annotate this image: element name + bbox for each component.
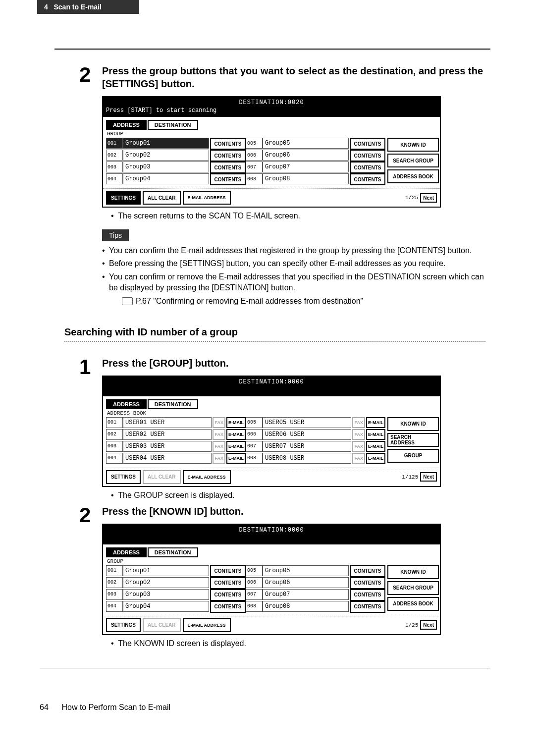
group-id[interactable]: 008 [246,173,263,184]
known-id-button[interactable]: KNOWN ID [387,138,439,152]
user-id[interactable]: 003 [106,441,123,452]
user-name[interactable]: USER07 USER [263,441,351,452]
user-name[interactable]: USER08 USER [263,453,351,464]
group-id[interactable]: 002 [106,577,123,588]
email-button[interactable]: E-MAIL [366,417,385,428]
contents-button[interactable]: CONTENTS [210,601,246,613]
group-name[interactable]: Group05 [263,138,349,149]
tab-address[interactable]: ADDRESS [106,399,147,409]
search-group-button[interactable]: SEARCH GROUP [387,154,439,167]
tab-address[interactable]: ADDRESS [106,547,147,557]
group-id[interactable]: 007 [246,589,263,600]
contents-button[interactable]: CONTENTS [210,138,246,150]
all-clear-button[interactable]: ALL CLEAR [143,618,180,632]
contents-button[interactable]: CONTENTS [210,565,246,577]
contents-button[interactable]: CONTENTS [210,162,246,173]
known-id-button[interactable]: KNOWN ID [387,565,439,579]
fax-button[interactable]: FAX [352,429,365,440]
all-clear-button[interactable]: ALL CLEAR [143,191,180,205]
user-id[interactable]: 008 [246,453,263,464]
email-button[interactable]: E-MAIL [226,441,246,452]
contents-button[interactable]: CONTENTS [210,150,246,162]
user-id[interactable]: 005 [246,417,263,428]
fax-button[interactable]: FAX [213,453,225,464]
fax-button[interactable]: FAX [213,429,225,440]
settings-button[interactable]: SETTINGS [106,618,141,632]
user-id[interactable]: 007 [246,441,263,452]
group-id[interactable]: 002 [106,150,123,161]
contents-button[interactable]: CONTENTS [350,601,385,613]
group-id[interactable]: 001 [106,138,123,149]
user-name[interactable]: USER03 USER [123,441,212,452]
user-name[interactable]: USER05 USER [263,417,351,428]
group-id[interactable]: 005 [246,138,263,149]
next-button[interactable]: Next [420,472,437,482]
user-id[interactable]: 001 [106,417,123,428]
contents-button[interactable]: CONTENTS [350,173,385,185]
group-name[interactable]: Group04 [123,173,209,184]
email-button[interactable]: E-MAIL [226,417,246,428]
search-group-button[interactable]: SEARCH GROUP [387,581,439,595]
email-button[interactable]: E-MAIL [366,429,385,440]
group-name[interactable]: Group01 [123,565,209,576]
user-id[interactable]: 004 [106,453,123,464]
contents-button[interactable]: CONTENTS [350,589,385,601]
group-id[interactable]: 003 [106,162,123,172]
email-button[interactable]: E-MAIL [226,453,246,464]
contents-button[interactable]: CONTENTS [350,565,385,577]
user-name[interactable]: USER04 USER [123,453,212,464]
group-id[interactable]: 007 [246,162,263,172]
contents-button[interactable]: CONTENTS [210,173,246,185]
email-button[interactable]: E-MAIL [366,453,385,464]
user-id[interactable]: 002 [106,429,123,440]
user-name[interactable]: USER06 USER [263,429,351,440]
group-name[interactable]: Group08 [263,173,349,184]
all-clear-button[interactable]: ALL CLEAR [143,470,180,484]
settings-button[interactable]: SETTINGS [106,470,141,484]
group-id[interactable]: 006 [246,150,263,161]
fax-button[interactable]: FAX [352,417,365,428]
user-name[interactable]: USER01 USER [123,417,212,428]
tab-destination[interactable]: DESTINATION [148,399,198,409]
group-name[interactable]: Group05 [263,565,349,576]
group-name[interactable]: Group03 [123,589,209,600]
email-address-button[interactable]: E-MAIL ADDRESS [183,618,231,632]
group-name[interactable]: Group04 [123,601,209,612]
email-address-button[interactable]: E-MAIL ADDRESS [183,191,231,205]
group-name[interactable]: Group07 [263,162,349,172]
group-name[interactable]: Group03 [123,162,209,172]
group-name[interactable]: Group01 [123,138,209,149]
tab-address[interactable]: ADDRESS [106,120,147,130]
fax-button[interactable]: FAX [213,441,225,452]
group-id[interactable]: 001 [106,565,123,576]
fax-button[interactable]: FAX [352,453,365,464]
group-button[interactable]: GROUP [387,449,439,463]
settings-button[interactable]: SETTINGS [106,191,141,205]
fax-button[interactable]: FAX [213,417,225,428]
group-id[interactable]: 004 [106,173,123,184]
group-name[interactable]: Group06 [263,150,349,161]
email-button[interactable]: E-MAIL [226,429,246,440]
user-name[interactable]: USER02 USER [123,429,212,440]
group-name[interactable]: Group02 [123,150,209,161]
group-name[interactable]: Group08 [263,601,349,612]
group-id[interactable]: 006 [246,577,263,588]
next-button[interactable]: Next [420,620,437,630]
contents-button[interactable]: CONTENTS [350,577,385,589]
contents-button[interactable]: CONTENTS [210,589,246,601]
address-book-button[interactable]: ADDRESS BOOK [387,597,439,611]
user-id[interactable]: 006 [246,429,263,440]
contents-button[interactable]: CONTENTS [350,162,385,173]
fax-button[interactable]: FAX [352,441,365,452]
group-id[interactable]: 004 [106,601,123,612]
group-id[interactable]: 003 [106,589,123,600]
email-address-button[interactable]: E-MAIL ADDRESS [183,470,231,484]
group-name[interactable]: Group07 [263,589,349,600]
group-id[interactable]: 005 [246,565,263,576]
tab-destination[interactable]: DESTINATION [148,547,198,557]
address-book-button[interactable]: ADDRESS BOOK [387,169,439,183]
contents-button[interactable]: CONTENTS [350,150,385,162]
contents-button[interactable]: CONTENTS [210,577,246,589]
known-id-button[interactable]: KNOWN ID [387,417,439,431]
tab-destination[interactable]: DESTINATION [148,120,198,130]
